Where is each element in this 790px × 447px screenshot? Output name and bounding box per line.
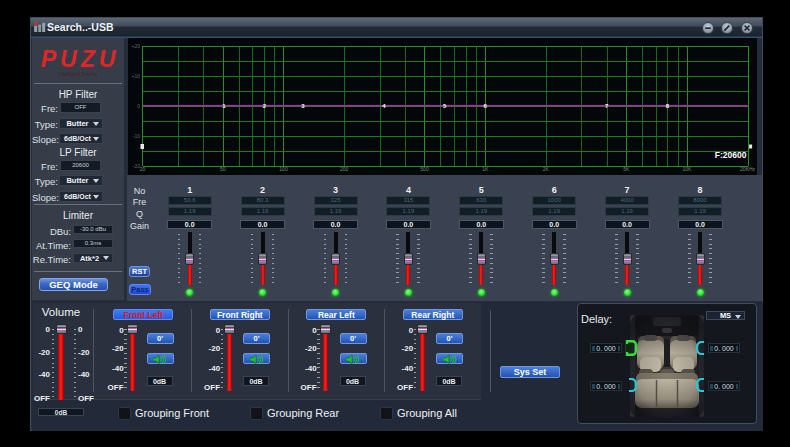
svg-text:+20: +20: [132, 43, 141, 49]
svg-text:2K: 2K: [543, 166, 550, 172]
svg-text:-10: -10: [133, 133, 140, 139]
svg-text:F:20600: F:20600: [715, 150, 747, 160]
svg-text:20KHz: 20KHz: [740, 166, 756, 172]
svg-text:100: 100: [279, 166, 288, 172]
svg-text:50: 50: [220, 166, 226, 172]
svg-text:0: 0: [137, 103, 140, 109]
svg-text:20: 20: [140, 166, 146, 172]
svg-text:10K: 10K: [682, 166, 692, 172]
svg-text:500: 500: [420, 166, 429, 172]
svg-text:200: 200: [340, 166, 349, 172]
svg-text:1K: 1K: [482, 166, 489, 172]
svg-text:+10: +10: [132, 73, 141, 79]
svg-text:5K: 5K: [623, 166, 630, 172]
